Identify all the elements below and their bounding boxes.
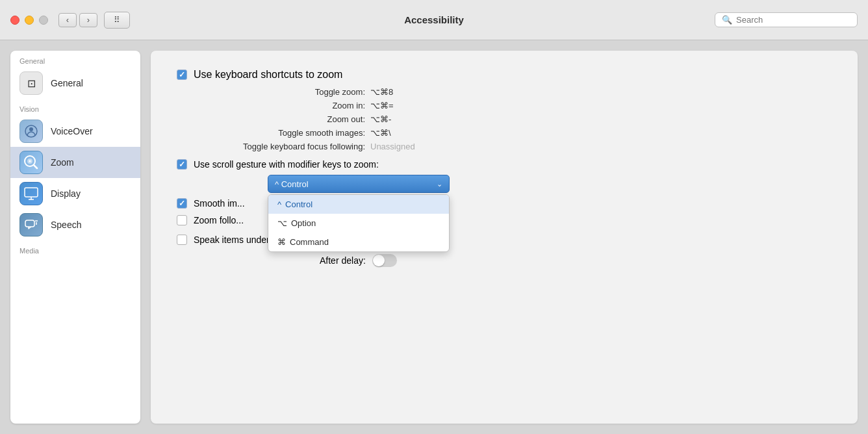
option-label: Option <box>291 218 316 228</box>
shortcut-zoom-in: Zoom in: ⌥⌘= <box>196 101 832 110</box>
svg-point-4 <box>29 160 31 162</box>
search-box[interactable]: 🔍 <box>715 12 858 27</box>
sidebar-label-zoom: Zoom <box>51 157 74 168</box>
checkmark-icon-3: ✓ <box>179 199 185 208</box>
keyboard-shortcuts-label: Use keyboard shortcuts to zoom <box>194 69 342 81</box>
checkmark-icon-2: ✓ <box>179 160 185 169</box>
window-title: Accessibility <box>404 14 464 25</box>
scroll-gesture-row: ✓ Use scroll gesture with modifier keys … <box>177 159 832 170</box>
smooth-images-label: Smooth im... <box>194 198 245 209</box>
sidebar-item-speech[interactable]: Speech <box>10 209 140 240</box>
sidebar-label-speech: Speech <box>51 220 81 230</box>
checkmark-icon: ✓ <box>179 70 185 79</box>
toggle-knob <box>373 255 385 266</box>
zoom-follow-label: Zoom follo... <box>194 215 244 225</box>
after-delay-label: After delay: <box>320 255 366 266</box>
shortcut-table: Toggle zoom: ⌥⌘8 Zoom in: ⌥⌘= Zoom out: … <box>196 87 832 151</box>
sidebar-item-display[interactable]: Display <box>10 178 140 209</box>
nav-buttons: ‹ › <box>58 13 97 27</box>
dropdown-option-control[interactable]: ^ Control <box>268 195 449 214</box>
display-icon <box>19 182 43 205</box>
svg-line-5 <box>34 165 37 168</box>
shortcut-zoom-out: Zoom out: ⌥⌘- <box>196 114 832 124</box>
toggle-smooth-value: ⌥⌘\ <box>370 128 391 138</box>
speak-items-checkbox[interactable] <box>177 235 187 245</box>
dropdown-selected-value: ^ Control <box>275 179 309 189</box>
sidebar-section-vision: Vision <box>10 99 140 116</box>
sidebar-label-general: General <box>51 78 83 88</box>
maximize-button[interactable] <box>39 16 48 25</box>
scroll-gesture-checkbox[interactable]: ✓ <box>177 159 187 170</box>
zoom-out-value: ⌥⌘- <box>370 114 391 124</box>
toggle-keyboard-label: Toggle keyboard focus following: <box>196 142 365 151</box>
minimize-button[interactable] <box>25 16 34 25</box>
sidebar-item-zoom[interactable]: Zoom <box>10 147 140 178</box>
modifier-key-dropdown[interactable]: ^ Control ⌄ <box>268 175 450 193</box>
general-icon: ⊡ <box>19 71 43 95</box>
modifier-key-dropdown-container: ^ Control ⌄ ^ Control ⌥ Option ⌘ Command <box>268 175 832 193</box>
svg-rect-9 <box>25 220 34 227</box>
svg-point-1 <box>29 127 33 131</box>
after-delay-row: After delay: <box>177 254 832 267</box>
toggle-zoom-value: ⌥⌘8 <box>370 87 393 97</box>
control-symbol: ^ <box>277 199 281 209</box>
keyboard-shortcuts-row: ✓ Use keyboard shortcuts to zoom <box>177 69 832 81</box>
close-button[interactable] <box>10 16 19 25</box>
content-area: ✓ Use keyboard shortcuts to zoom Toggle … <box>151 51 858 424</box>
sidebar-section-general: General <box>10 51 140 68</box>
shortcut-toggle-smooth: Toggle smooth images: ⌥⌘\ <box>196 128 832 138</box>
svg-rect-6 <box>25 188 38 197</box>
forward-button[interactable]: › <box>79 13 97 27</box>
grid-button[interactable]: ⠿ <box>104 12 130 29</box>
sidebar-item-general[interactable]: ⊡ General <box>10 68 140 99</box>
delay-toggle[interactable] <box>372 254 397 267</box>
zoom-in-value: ⌥⌘= <box>370 101 394 110</box>
keyboard-shortcuts-checkbox[interactable]: ✓ <box>177 70 187 80</box>
titlebar: ‹ › ⠿ Accessibility 🔍 <box>0 0 868 40</box>
control-label: Control <box>285 199 313 209</box>
toggle-keyboard-value: Unassigned <box>370 142 415 151</box>
command-symbol: ⌘ <box>277 237 286 247</box>
search-icon: 🔍 <box>722 15 732 25</box>
dropdown-menu: ^ Control ⌥ Option ⌘ Command <box>268 194 450 252</box>
toggle-smooth-label: Toggle smooth images: <box>196 128 365 138</box>
traffic-lights <box>10 16 48 25</box>
sidebar: General ⊡ General Vision VoiceOver <box>10 51 140 424</box>
option-symbol: ⌥ <box>277 218 287 228</box>
scroll-gesture-label: Use scroll gesture with modifier keys to… <box>194 159 379 170</box>
shortcut-toggle-zoom: Toggle zoom: ⌥⌘8 <box>196 87 832 97</box>
smooth-images-checkbox[interactable]: ✓ <box>177 198 187 209</box>
search-input[interactable] <box>736 15 850 25</box>
zoom-in-label: Zoom in: <box>196 101 365 110</box>
zoom-out-label: Zoom out: <box>196 114 365 124</box>
sidebar-item-voiceover[interactable]: VoiceOver <box>10 116 140 147</box>
zoom-follow-checkbox[interactable] <box>177 215 187 225</box>
command-label: Command <box>290 237 329 247</box>
sidebar-section-media: Media <box>10 240 140 257</box>
main-content: General ⊡ General Vision VoiceOver <box>0 40 868 434</box>
zoom-icon <box>19 151 43 174</box>
dropdown-arrow-icon: ⌄ <box>437 180 442 188</box>
voiceover-icon <box>19 120 43 143</box>
back-button[interactable]: ‹ <box>58 13 77 27</box>
dropdown-option-command[interactable]: ⌘ Command <box>268 233 449 251</box>
dropdown-option-option[interactable]: ⌥ Option <box>268 214 449 233</box>
toggle-zoom-label: Toggle zoom: <box>196 87 365 97</box>
shortcut-toggle-keyboard: Toggle keyboard focus following: Unassig… <box>196 142 832 151</box>
sidebar-label-voiceover: VoiceOver <box>51 126 93 136</box>
speech-icon <box>19 213 43 236</box>
sidebar-label-display: Display <box>51 188 81 199</box>
